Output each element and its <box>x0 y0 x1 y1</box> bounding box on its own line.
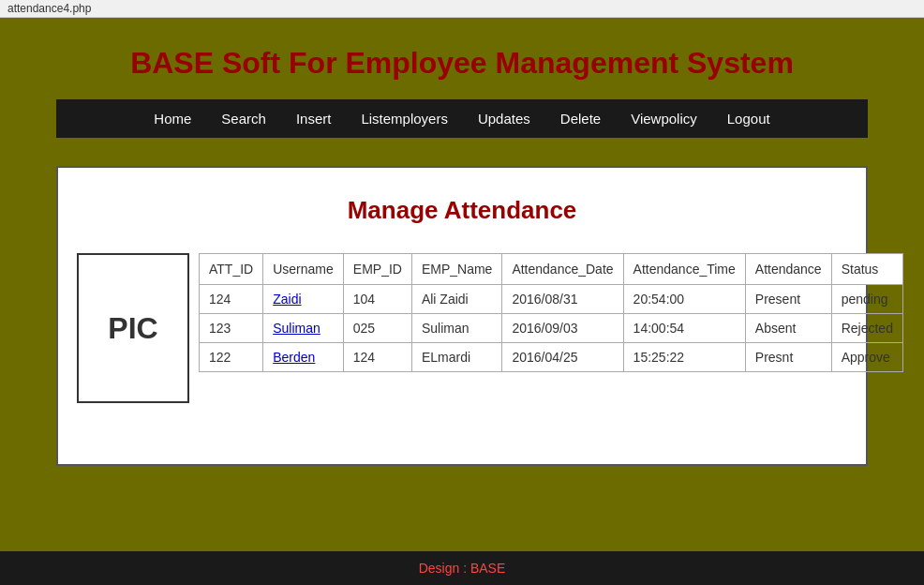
cell-attendance_date: 2016/09/03 <box>502 314 623 343</box>
attendance-table: ATT_IDUsernameEMP_IDEMP_NameAttendance_D… <box>199 253 903 372</box>
nav-item[interactable]: Search <box>206 99 281 138</box>
cell-attendance: Presnt <box>745 343 831 372</box>
content-area: Manage Attendance PIC ATT_IDUsernameEMP_… <box>56 166 868 466</box>
table-row: 124Zaidi104Ali Zaidi2016/08/3120:54:00Pr… <box>200 285 903 314</box>
col-header-username: Username <box>263 254 344 285</box>
pic-box: PIC <box>77 253 189 403</box>
username-link[interactable]: Berden <box>273 350 315 365</box>
col-header-attendance: Attendance <box>745 254 831 285</box>
cell-emp_id: 124 <box>343 343 411 372</box>
cell-attendance: Absent <box>745 314 831 343</box>
cell-attendance_time: 20:54:00 <box>623 285 745 314</box>
cell-attendance: Present <box>745 285 831 314</box>
cell-att_id: 124 <box>200 285 263 314</box>
col-header-status: Status <box>831 254 902 285</box>
footer-text: Design : BASE <box>419 561 506 576</box>
nav-bar: HomeSearchInsertListemployersUpdatesDele… <box>56 99 868 138</box>
nav-item[interactable]: Listemployers <box>346 99 463 138</box>
nav-item[interactable]: Home <box>139 99 206 138</box>
nav-link-logout[interactable]: Logout <box>712 99 785 138</box>
cell-status: Approve <box>831 343 902 372</box>
footer: Design : BASE <box>0 551 924 585</box>
cell-emp_name: Suliman <box>411 314 501 343</box>
cell-attendance_time: 15:25:22 <box>623 343 745 372</box>
nav-link-updates[interactable]: Updates <box>463 99 545 138</box>
nav-link-viewpolicy[interactable]: Viewpolicy <box>616 99 712 138</box>
browser-bar: attendance4.php <box>0 0 924 18</box>
page-title: BASE Soft For Employee Management System <box>0 18 924 99</box>
main-table-wrapper: PIC ATT_IDUsernameEMP_IDEMP_NameAttendan… <box>77 253 847 403</box>
cell-emp_id: 025 <box>343 314 411 343</box>
nav-item[interactable]: Viewpolicy <box>616 99 712 138</box>
table-row: 123Suliman025Suliman2016/09/0314:00:54Ab… <box>200 314 903 343</box>
cell-att_id: 123 <box>200 314 263 343</box>
pic-label: PIC <box>108 311 157 346</box>
nav-link-delete[interactable]: Delete <box>545 99 616 138</box>
nav-link-home[interactable]: Home <box>139 99 206 138</box>
cell-status: Rejected <box>831 314 902 343</box>
cell-att_id: 122 <box>200 343 263 372</box>
nav-item[interactable]: Logout <box>712 99 785 138</box>
col-header-att_id: ATT_ID <box>200 254 263 285</box>
cell-emp_id: 104 <box>343 285 411 314</box>
nav-link-insert[interactable]: Insert <box>281 99 347 138</box>
cell-attendance_time: 14:00:54 <box>623 314 745 343</box>
col-header-emp_name: EMP_Name <box>411 254 501 285</box>
table-row: 122Berden124ELmardi2016/04/2515:25:22Pre… <box>200 343 903 372</box>
cell-status: pending <box>831 285 902 314</box>
col-header-attendance_time: Attendance_Time <box>623 254 745 285</box>
cell-attendance_date: 2016/04/25 <box>502 343 623 372</box>
section-title: Manage Attendance <box>77 196 847 225</box>
nav-link-listemployers[interactable]: Listemployers <box>346 99 463 138</box>
nav-item[interactable]: Updates <box>463 99 545 138</box>
col-header-attendance_date: Attendance_Date <box>502 254 623 285</box>
col-header-emp_id: EMP_ID <box>343 254 411 285</box>
cell-emp_name: Ali Zaidi <box>411 285 501 314</box>
nav-link-search[interactable]: Search <box>206 99 281 138</box>
username-link[interactable]: Suliman <box>273 321 320 336</box>
username-link[interactable]: Zaidi <box>273 292 301 307</box>
nav-item[interactable]: Insert <box>281 99 347 138</box>
cell-emp_name: ELmardi <box>411 343 501 372</box>
nav-item[interactable]: Delete <box>545 99 616 138</box>
cell-attendance_date: 2016/08/31 <box>502 285 623 314</box>
browser-url: attendance4.php <box>7 2 91 15</box>
